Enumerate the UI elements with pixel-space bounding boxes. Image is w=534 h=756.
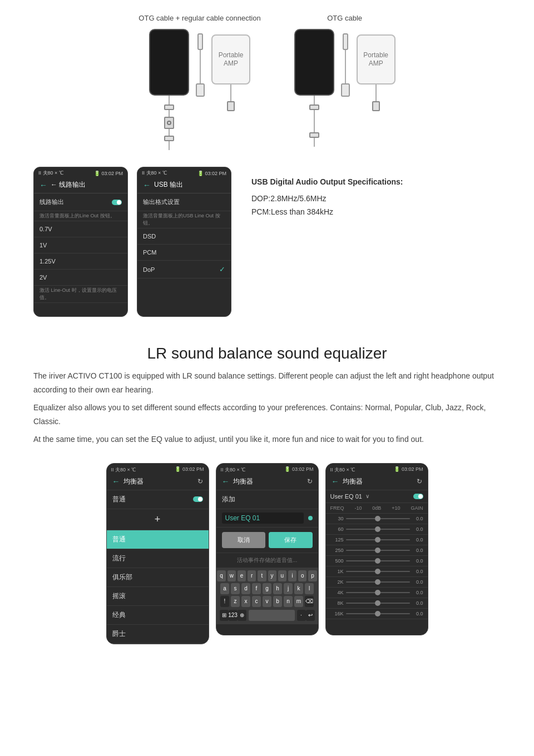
eq-preset-normal[interactable]: 普通 — [107, 530, 209, 549]
voltage-07[interactable]: 0.7V — [34, 221, 127, 237]
kb-f[interactable]: f — [252, 583, 261, 594]
kb-n[interactable]: n — [284, 596, 293, 607]
kb-return[interactable]: ↩ — [306, 610, 315, 621]
eq-preset-club[interactable]: 俱乐部 — [107, 568, 209, 587]
eq-preset-jazz[interactable]: 爵士 — [107, 625, 209, 644]
eq-refresh-1[interactable]: ↻ — [197, 478, 203, 485]
cable-section: OTG cable + regular cable connection — [0, 0, 534, 161]
screen-content-2: 输出格式设置 激活音量面板上的USB Line Out 按钮。 DSD PCM … — [137, 193, 231, 278]
eq-name-input[interactable]: User EQ 01 — [222, 513, 304, 524]
eq-back-1[interactable]: ← — [112, 477, 120, 486]
eq3-select-label[interactable]: User EQ 01 — [330, 493, 362, 500]
kb-t[interactable]: t — [258, 570, 266, 581]
kb-v[interactable]: v — [263, 596, 271, 607]
eq-section: II 夫80 × ℃ 🔋 03:02 PM ← 均衡器 ↻ 普通 + 普通 流行… — [0, 457, 534, 661]
kb-123[interactable]: 123 — [229, 610, 238, 621]
kb-r[interactable]: r — [248, 570, 256, 581]
feature-desc-2: Equalizer also allows you to set differe… — [33, 401, 501, 428]
kb-grid[interactable]: ⊞ — [220, 610, 229, 621]
eq-slider-8k: 8K 0.0 — [326, 598, 428, 609]
eq-track-16k[interactable] — [346, 613, 410, 614]
eq-btn-row: 取消 保存 — [216, 528, 318, 553]
kb-p[interactable]: p — [308, 570, 317, 581]
eq3-toggle[interactable] — [413, 494, 423, 499]
kb-x[interactable]: x — [241, 596, 250, 607]
freq-gain: GAIN — [411, 505, 423, 511]
eq-save-button[interactable]: 保存 — [269, 532, 313, 548]
voltage-2[interactable]: 2V — [34, 270, 127, 286]
eq-normal-toggle[interactable] — [193, 496, 203, 502]
screen-header-2: ← USB 输出 — [137, 178, 231, 193]
kb-d[interactable]: d — [241, 583, 250, 594]
eq-back-2[interactable]: ← — [222, 477, 230, 486]
kb-backspace[interactable]: ⌫ — [305, 596, 314, 607]
lineout-screen: II 夫80 × ℃ 🔋 03:02 PM ← ← 线路输出 线路输出 激活音量… — [33, 167, 128, 317]
kb-s[interactable]: s — [231, 583, 240, 594]
eq-header-2: ← 均衡器 ↻ — [216, 475, 318, 490]
kb-c[interactable]: c — [252, 596, 261, 607]
dop-option[interactable]: DoP ✓ — [137, 261, 231, 278]
eq-preset-rock[interactable]: 摇滚 — [107, 587, 209, 606]
eq-back-3[interactable]: ← — [332, 477, 339, 486]
eq-track-4k[interactable] — [346, 592, 410, 593]
cable-label-1: OTG cable + regular cable connection — [139, 13, 260, 23]
kb-k[interactable]: k — [294, 583, 303, 594]
cable-visual-1: Portable AMP — [149, 29, 250, 150]
kb-excl[interactable]: ! — [220, 596, 229, 607]
eq-track-125[interactable] — [346, 539, 410, 540]
eq-track-60[interactable] — [346, 529, 410, 530]
eq-screen-2: II 夫80 × ℃ 🔋 03:02 PM ← 均衡器 ↻ 添加 User EQ… — [216, 463, 319, 635]
freq-label-col: FREQ — [330, 505, 344, 511]
back-arrow-2[interactable]: ← — [143, 181, 151, 190]
kb-w[interactable]: w — [228, 570, 236, 581]
kb-l[interactable]: l — [305, 583, 314, 594]
settings-section: II 夫80 × ℃ 🔋 03:02 PM ← ← 线路输出 线路输出 激活音量… — [0, 161, 534, 328]
eq-cancel-button[interactable]: 取消 — [222, 532, 266, 548]
lineout-toggle-row: 线路输出 — [34, 193, 127, 211]
kb-a[interactable]: a — [220, 583, 229, 594]
kb-o[interactable]: o — [298, 570, 306, 581]
eq-track-500[interactable] — [346, 560, 410, 561]
kb-h[interactable]: h — [273, 583, 282, 594]
cable-diagram-1: OTG cable + regular cable connection — [139, 13, 260, 150]
voltage-hint: 激活 Line-Out 时，设置显示的电压值。 — [34, 286, 127, 303]
kb-globe[interactable]: ⊕ — [238, 610, 246, 621]
kb-space[interactable] — [249, 610, 295, 621]
usb-screen: II 夫80 × ℃ 🔋 03:02 PM ← USB 输出 输出格式设置 激活… — [137, 167, 231, 317]
kb-b[interactable]: b — [273, 596, 282, 607]
eq-preset-classic[interactable]: 经典 — [107, 606, 209, 625]
eq-track-2k[interactable] — [346, 581, 410, 583]
kb-dot[interactable]: · — [297, 610, 306, 621]
feature-desc-1: The iriver ACTIVO CT100 is equipped with… — [33, 369, 501, 396]
eq-track-30[interactable] — [346, 518, 410, 519]
cable-visual-2: Portable AMP — [294, 29, 395, 147]
eq-add-row[interactable]: + — [107, 509, 209, 530]
lineout-toggle[interactable] — [112, 200, 122, 205]
kb-m[interactable]: m — [294, 596, 303, 607]
pcm-option[interactable]: PCM — [137, 245, 231, 261]
kb-e[interactable]: e — [238, 570, 246, 581]
voltage-1[interactable]: 1V — [34, 237, 127, 253]
eq-track-250[interactable] — [346, 550, 410, 551]
eq-slider-16k: 16K 0.0 — [326, 609, 428, 619]
kb-y[interactable]: y — [268, 570, 276, 581]
kb-q[interactable]: q — [217, 570, 225, 581]
kb-u[interactable]: u — [278, 570, 286, 581]
voltage-125[interactable]: 1.25V — [34, 253, 127, 270]
freq-minus10: -10 — [354, 505, 362, 511]
eq-dot — [308, 516, 313, 520]
cable-connector-1 — [196, 29, 205, 97]
eq-track-1k[interactable] — [346, 571, 410, 572]
eq-track-8k[interactable] — [346, 603, 410, 604]
kb-i[interactable]: i — [288, 570, 296, 581]
dsd-option[interactable]: DSD — [137, 228, 231, 245]
kb-g[interactable]: g — [263, 583, 271, 594]
kb-j[interactable]: j — [284, 583, 293, 594]
kb-z[interactable]: z — [231, 596, 240, 607]
freq-0db: 0dB — [372, 505, 381, 511]
eq-preset-popular[interactable]: 流行 — [107, 549, 209, 568]
eq-refresh-2[interactable]: ↻ — [307, 478, 313, 485]
kb-row-2: a s d f g h j k l — [217, 583, 317, 594]
back-arrow-1[interactable]: ← — [39, 181, 47, 190]
eq-refresh-3[interactable]: ↻ — [417, 478, 422, 485]
